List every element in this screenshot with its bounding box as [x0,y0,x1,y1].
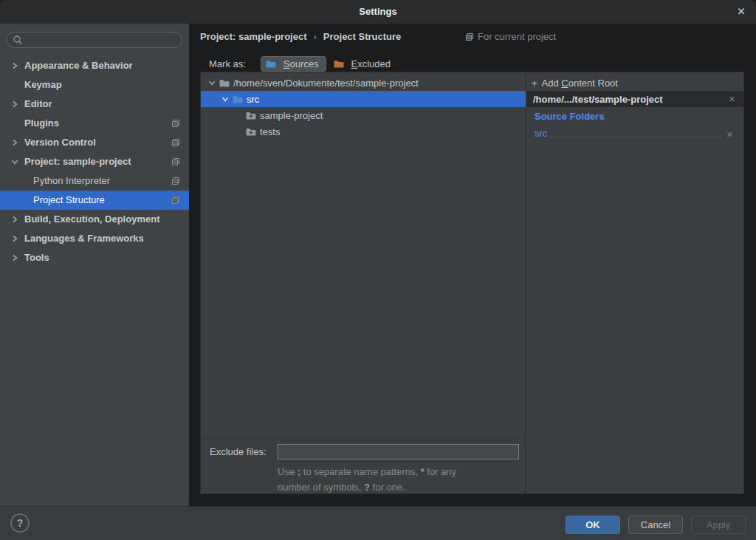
chevron-right-icon [10,61,19,70]
sidebar-item-plugins[interactable]: Plugins [0,114,189,133]
dotted-leader [549,137,720,137]
exclude-files-label: Exclude files: [210,446,267,457]
sidebar-item-version-control[interactable]: Version Control [0,133,189,152]
folder-icon [246,111,256,120]
tree-row-src[interactable]: src [201,91,526,107]
settings-dialog: Settings ✕ Appearance & Behavior Keymap … [0,0,756,540]
folder-icon [246,127,256,136]
chevron-right-icon [10,234,19,243]
breadcrumb-project[interactable]: Project: sample-project [200,31,307,42]
excluded-folder-icon [334,59,344,68]
project-settings-icon [171,157,180,166]
sidebar-item-build-execution-deployment[interactable]: Build, Execution, Deployment [0,210,189,229]
mark-as-toolbar: Mark as: Sources Excluded [209,55,397,72]
search-icon [13,35,23,45]
tree-row-sample-project[interactable]: sample-project [201,107,526,123]
project-settings-icon [465,33,474,41]
source-folder-link[interactable]: src [535,127,547,140]
remove-source-folder-icon[interactable]: ✕ [724,130,735,140]
project-structure-panel: /home/sven/Dokumente/test/sample-project… [200,72,744,494]
chevron-right-icon [10,138,19,147]
add-content-root-button[interactable]: +Add Content Root [532,76,618,91]
source-folders-title: Source Folders [535,111,605,122]
chevron-down-icon [221,95,230,103]
chevron-right-icon [10,215,19,224]
breadcrumb-page: Project Structure [323,31,401,42]
ok-button[interactable]: OK [566,516,620,534]
exclude-separator [201,438,526,439]
breadcrumb-separator: › [307,31,323,42]
sidebar-item-project[interactable]: Project: sample-project [0,152,189,171]
sidebar-item-keymap[interactable]: Keymap [0,75,189,95]
title-bar: Settings ✕ [0,0,756,24]
search-input[interactable] [27,35,168,45]
content-root-path: /home/.../test/sample-project [533,94,726,105]
mark-sources-button[interactable]: Sources [261,56,326,72]
sidebar-item-languages-frameworks[interactable]: Languages & Frameworks [0,229,189,248]
exclude-files-hint: Use ; to separate name patterns, * for a… [278,464,521,495]
apply-button[interactable]: Apply [691,516,746,534]
content-root-row[interactable]: /home/.../test/sample-project ✕ [526,91,744,107]
chevron-down-icon [207,78,216,87]
sidebar-item-python-interpreter[interactable]: Python Interpreter [0,171,189,191]
source-folder-row: src ✕ [535,126,735,140]
plus-icon: + [532,78,537,89]
source-folder-icon [233,95,243,103]
chevron-down-icon [10,157,19,166]
sidebar-item-editor[interactable]: Editor [0,95,189,114]
content-tree: /home/sven/Dokumente/test/sample-project… [201,72,526,493]
project-settings-icon [171,119,180,128]
sidebar-item-appearance-behavior[interactable]: Appearance & Behavior [0,56,189,75]
help-button[interactable]: ? [10,513,30,533]
folder-icon [219,78,230,87]
sidebar-items: Appearance & Behavior Keymap Editor Plug… [0,56,189,267]
scope-label: For current project [478,30,556,44]
project-settings-icon [171,177,180,185]
dialog-title: Settings [0,0,756,24]
settings-sidebar: Appearance & Behavior Keymap Editor Plug… [0,24,189,506]
sidebar-item-project-structure[interactable]: Project Structure [0,191,189,210]
breadcrumb: Project: sample-project›Project Structur… [200,30,401,44]
project-settings-icon [171,138,180,147]
close-icon[interactable]: ✕ [732,3,750,21]
content-roots-panel: +Add Content Root /home/.../test/sample-… [526,72,744,493]
scope-indicator: For current project [465,30,556,44]
project-settings-icon [171,196,180,205]
tree-row-tests[interactable]: tests [201,123,526,140]
search-box[interactable] [6,32,182,48]
chevron-right-icon [10,253,19,262]
source-folder-icon [266,59,276,68]
cancel-button[interactable]: Cancel [628,516,683,534]
sidebar-item-tools[interactable]: Tools [0,248,189,267]
exclude-files-input[interactable] [278,444,519,459]
mark-excluded-button[interactable]: Excluded [329,57,397,71]
mark-as-label: Mark as: [209,58,246,69]
tree-row-content-root[interactable]: /home/sven/Dokumente/test/sample-project [201,75,526,91]
dialog-footer: ? OK Cancel Apply [0,506,756,540]
remove-content-root-icon[interactable]: ✕ [726,95,738,104]
chevron-right-icon [10,100,19,109]
